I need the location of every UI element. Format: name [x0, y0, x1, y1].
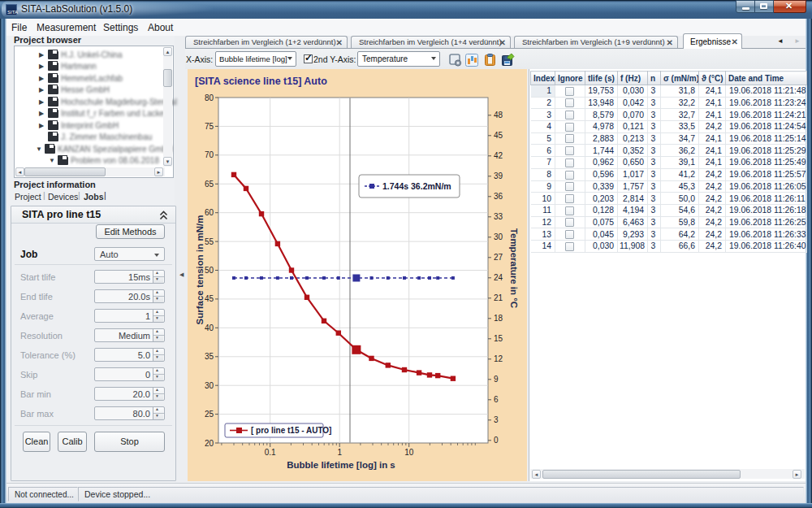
svg-text:0: 0 [494, 436, 499, 445]
svg-text:33: 33 [494, 212, 503, 221]
svg-text:Temperature in °C: Temperature in °C [509, 228, 519, 308]
svg-text:21: 21 [494, 293, 503, 302]
svg-text:55: 55 [205, 237, 214, 246]
svg-text:42: 42 [494, 151, 503, 160]
svg-text:36: 36 [494, 192, 503, 201]
svg-text:1: 1 [337, 448, 342, 457]
svg-text:6: 6 [494, 395, 499, 404]
svg-text:50: 50 [205, 266, 214, 275]
svg-text:15: 15 [494, 334, 503, 343]
svg-text:75: 75 [205, 122, 214, 131]
svg-text:39: 39 [494, 172, 503, 180]
svg-text:1.744s 36.2mN/m: 1.744s 36.2mN/m [382, 181, 451, 191]
svg-text:10: 10 [404, 448, 414, 457]
svg-text:24: 24 [494, 273, 503, 282]
svg-text:0.1: 0.1 [265, 448, 276, 457]
svg-text:48: 48 [494, 111, 503, 119]
svg-text:80: 80 [205, 93, 214, 102]
svg-text:Surface tension in mN/m: Surface tension in mN/m [195, 215, 205, 325]
svg-text:[ pro line t15 - AUTO]: [ pro line t15 - AUTO] [251, 426, 331, 435]
svg-text:35: 35 [205, 352, 214, 361]
svg-text:70: 70 [205, 150, 214, 159]
svg-text:30: 30 [494, 232, 503, 241]
svg-text:27: 27 [494, 253, 503, 262]
svg-text:65: 65 [205, 180, 214, 189]
svg-text:3: 3 [494, 415, 499, 424]
svg-text:60: 60 [205, 208, 214, 217]
svg-text:20: 20 [205, 439, 214, 448]
svg-text:45: 45 [494, 131, 503, 140]
svg-text:45: 45 [205, 294, 214, 303]
svg-text:12: 12 [494, 354, 503, 363]
svg-text:18: 18 [494, 314, 503, 323]
svg-text:Bubble lifetime [log] in s: Bubble lifetime [log] in s [287, 460, 395, 470]
svg-text:[SITA science line t15] Auto: [SITA science line t15] Auto [195, 76, 327, 87]
svg-text:40: 40 [205, 323, 214, 332]
svg-text:30: 30 [205, 381, 214, 390]
svg-text:9: 9 [494, 375, 499, 384]
svg-text:25: 25 [205, 410, 214, 419]
